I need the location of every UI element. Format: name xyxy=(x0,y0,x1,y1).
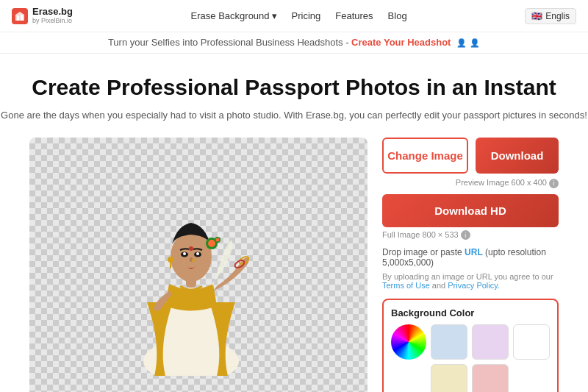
model-svg xyxy=(74,170,323,376)
svg-point-17 xyxy=(189,246,193,251)
bg-color-section: Background Color xyxy=(382,299,559,392)
nav-features[interactable]: Features xyxy=(335,10,373,21)
chevron-down-icon: ▾ xyxy=(272,10,277,21)
svg-rect-1 xyxy=(21,15,23,21)
hd-info-icon[interactable]: i xyxy=(461,230,470,240)
nav-erase-background[interactable]: Erase Background ▾ xyxy=(191,10,277,21)
navbar: Erase.bg by PixelBin.io Erase Background… xyxy=(0,0,588,32)
svg-point-6 xyxy=(208,240,215,247)
erase-bg-label: Erase Background xyxy=(191,10,270,21)
action-row: Change Image Download xyxy=(382,138,559,174)
nav-blog[interactable]: Blog xyxy=(388,10,407,21)
promo-banner: Turn your Selfies into Professional Busi… xyxy=(0,32,588,54)
color-swatch-2[interactable] xyxy=(513,324,550,360)
headshot-link[interactable]: Create Your Headshot xyxy=(351,37,453,48)
download-button[interactable]: Download xyxy=(476,138,559,174)
hd-label: Full Image 588 × 392 i xyxy=(382,230,559,240)
color-swatch-4[interactable] xyxy=(472,364,509,392)
nav-links: Erase Background ▾ Pricing Features Blog xyxy=(191,10,407,21)
svg-point-9 xyxy=(168,257,173,263)
flag-icon: 🇬🇧 xyxy=(531,11,542,21)
banner-text: Turn your Selfies into Professional Busi… xyxy=(108,37,349,48)
language-selector[interactable]: 🇬🇧 Englis xyxy=(525,8,576,24)
svg-point-13 xyxy=(183,252,186,255)
hero-subtitle: Gone are the days when you especially ha… xyxy=(0,108,588,124)
image-panel xyxy=(29,138,368,392)
logo-sub: by PixelBin.io xyxy=(32,18,73,25)
preview-info-icon[interactable]: i xyxy=(549,179,559,188)
upload-text: By uploading an image or URL you agree t… xyxy=(382,272,559,290)
hero-section: Create Professional Passport Photos in a… xyxy=(0,54,588,135)
logo-text: Erase.bg by PixelBin.io xyxy=(32,7,73,24)
right-panel: Change Image Download Preview Image 600 … xyxy=(368,138,559,392)
svg-point-8 xyxy=(216,238,220,242)
privacy-link[interactable]: Privacy Policy. xyxy=(448,281,500,290)
person-icon: 👤 xyxy=(456,38,467,49)
person2-icon: 👤 xyxy=(470,38,480,49)
color-swatch-0[interactable] xyxy=(431,324,467,360)
main-content: Change Image Download Preview Image 600 … xyxy=(0,138,588,392)
nav-pricing[interactable]: Pricing xyxy=(292,10,321,21)
color-wheel-picker[interactable] xyxy=(391,324,426,360)
terms-link[interactable]: Terms of Use xyxy=(382,281,430,290)
lang-label: Englis xyxy=(545,11,570,21)
page-title: Create Professional Passport Photos in a… xyxy=(0,74,588,101)
svg-point-4 xyxy=(171,232,212,282)
drop-text: Drop image or paste URL (upto resolution… xyxy=(382,247,559,268)
svg-point-14 xyxy=(196,252,199,255)
logo[interactable]: Erase.bg by PixelBin.io xyxy=(12,7,73,24)
color-swatch-3[interactable] xyxy=(431,364,467,392)
logo-title: Erase.bg xyxy=(32,7,73,17)
logo-icon xyxy=(12,8,28,24)
preview-label: Preview Image 600 x 400 i xyxy=(382,178,559,188)
svg-rect-0 xyxy=(17,16,19,21)
download-hd-button[interactable]: Download HD xyxy=(382,194,559,227)
bg-color-title: Background Color xyxy=(391,307,550,318)
svg-rect-10 xyxy=(170,263,171,268)
change-image-button[interactable]: Change Image xyxy=(382,138,468,174)
nav-right: 🇬🇧 Englis xyxy=(525,8,576,24)
color-swatch-1[interactable] xyxy=(472,324,509,360)
url-link[interactable]: URL xyxy=(465,247,483,257)
banner-icons: 👤 👤 xyxy=(456,38,480,49)
color-grid xyxy=(391,324,550,392)
model-image xyxy=(74,170,323,376)
